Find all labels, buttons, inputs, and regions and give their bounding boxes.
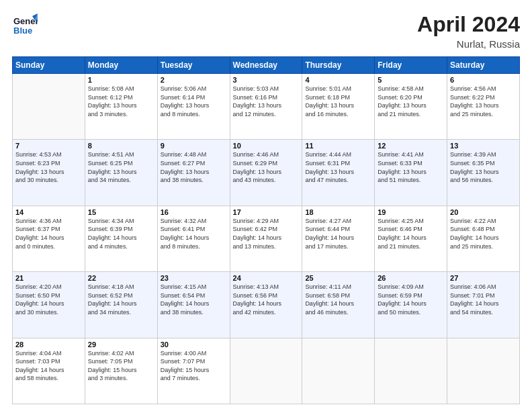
day-number: 22	[88, 274, 154, 282]
calendar-cell: 26Sunrise: 4:09 AM Sunset: 6:59 PM Dayli…	[375, 272, 447, 338]
day-info: Sunrise: 4:34 AM Sunset: 6:39 PM Dayligh…	[88, 217, 154, 250]
day-info: Sunrise: 4:53 AM Sunset: 6:23 PM Dayligh…	[15, 150, 82, 184]
svg-text:Blue: Blue	[13, 26, 32, 36]
day-number: 27	[450, 274, 517, 282]
day-info: Sunrise: 5:06 AM Sunset: 6:14 PM Dayligh…	[161, 85, 227, 118]
col-header-wednesday: Wednesday	[230, 57, 302, 74]
day-info: Sunrise: 4:04 AM Sunset: 7:03 PM Dayligh…	[15, 349, 82, 383]
col-header-saturday: Saturday	[447, 57, 520, 74]
day-info: Sunrise: 5:03 AM Sunset: 6:16 PM Dayligh…	[233, 85, 300, 118]
day-number: 9	[161, 142, 227, 150]
day-number: 23	[161, 274, 227, 282]
day-number: 14	[15, 208, 82, 216]
day-info: Sunrise: 4:44 AM Sunset: 6:31 PM Dayligh…	[305, 150, 371, 184]
calendar-cell: 6Sunrise: 4:56 AM Sunset: 6:22 PM Daylig…	[447, 74, 520, 140]
calendar-cell: 2Sunrise: 5:06 AM Sunset: 6:14 PM Daylig…	[157, 74, 230, 140]
calendar-cell: 17Sunrise: 4:29 AM Sunset: 6:42 PM Dayli…	[230, 205, 302, 271]
calendar-cell: 19Sunrise: 4:25 AM Sunset: 6:46 PM Dayli…	[375, 205, 447, 271]
day-info: Sunrise: 4:00 AM Sunset: 7:07 PM Dayligh…	[161, 349, 227, 383]
calendar-row: 7Sunrise: 4:53 AM Sunset: 6:23 PM Daylig…	[13, 140, 520, 205]
page: General Blue April 2024 Nurlat, Russia S…	[0, 0, 532, 411]
day-info: Sunrise: 4:29 AM Sunset: 6:42 PM Dayligh…	[233, 217, 300, 250]
day-number: 10	[233, 142, 300, 150]
day-info: Sunrise: 5:01 AM Sunset: 6:18 PM Dayligh…	[305, 85, 371, 118]
logo-icon: General Blue	[12, 12, 38, 38]
day-number: 3	[233, 76, 300, 84]
calendar-cell: 8Sunrise: 4:51 AM Sunset: 6:25 PM Daylig…	[85, 140, 157, 205]
calendar-cell: 27Sunrise: 4:06 AM Sunset: 7:01 PM Dayli…	[447, 272, 520, 338]
calendar-cell: 12Sunrise: 4:41 AM Sunset: 6:33 PM Dayli…	[375, 140, 447, 205]
calendar-cell: 16Sunrise: 4:32 AM Sunset: 6:41 PM Dayli…	[157, 205, 230, 271]
calendar-cell: 13Sunrise: 4:39 AM Sunset: 6:35 PM Dayli…	[447, 140, 520, 205]
logo: General Blue	[12, 12, 38, 40]
calendar-cell: 18Sunrise: 4:27 AM Sunset: 6:44 PM Dayli…	[302, 205, 375, 271]
day-number: 6	[450, 76, 517, 84]
day-info: Sunrise: 4:18 AM Sunset: 6:52 PM Dayligh…	[88, 283, 154, 316]
calendar-cell: 5Sunrise: 4:58 AM Sunset: 6:20 PM Daylig…	[375, 74, 447, 140]
calendar-cell	[230, 338, 302, 404]
calendar-header-row: SundayMondayTuesdayWednesdayThursdayFrid…	[13, 57, 520, 74]
day-number: 1	[88, 76, 154, 84]
day-number: 26	[378, 274, 444, 282]
day-number: 7	[15, 142, 82, 150]
day-info: Sunrise: 4:15 AM Sunset: 6:54 PM Dayligh…	[161, 283, 227, 316]
day-info: Sunrise: 4:02 AM Sunset: 7:05 PM Dayligh…	[88, 349, 154, 383]
calendar-cell: 11Sunrise: 4:44 AM Sunset: 6:31 PM Dayli…	[302, 140, 375, 205]
calendar-cell	[302, 338, 375, 404]
col-header-friday: Friday	[375, 57, 447, 74]
day-number: 4	[305, 76, 371, 84]
day-number: 25	[305, 274, 371, 282]
day-number: 15	[88, 208, 154, 216]
day-info: Sunrise: 4:32 AM Sunset: 6:41 PM Dayligh…	[161, 217, 227, 250]
calendar-row: 28Sunrise: 4:04 AM Sunset: 7:03 PM Dayli…	[13, 338, 520, 404]
day-number: 19	[378, 208, 444, 216]
title-block: April 2024 Nurlat, Russia	[417, 12, 520, 50]
day-info: Sunrise: 4:39 AM Sunset: 6:35 PM Dayligh…	[450, 150, 517, 184]
day-info: Sunrise: 4:27 AM Sunset: 6:44 PM Dayligh…	[305, 217, 371, 250]
col-header-monday: Monday	[85, 57, 157, 74]
calendar-cell: 22Sunrise: 4:18 AM Sunset: 6:52 PM Dayli…	[85, 272, 157, 338]
calendar-cell	[375, 338, 447, 404]
calendar-cell: 28Sunrise: 4:04 AM Sunset: 7:03 PM Dayli…	[13, 338, 85, 404]
calendar-cell: 21Sunrise: 4:20 AM Sunset: 6:50 PM Dayli…	[13, 272, 85, 338]
calendar-table: SundayMondayTuesdayWednesdayThursdayFrid…	[12, 56, 520, 404]
calendar-cell	[13, 74, 85, 140]
col-header-tuesday: Tuesday	[157, 57, 230, 74]
day-info: Sunrise: 4:36 AM Sunset: 6:37 PM Dayligh…	[15, 217, 82, 250]
day-number: 18	[305, 208, 371, 216]
day-info: Sunrise: 4:25 AM Sunset: 6:46 PM Dayligh…	[378, 217, 444, 250]
day-number: 20	[450, 208, 517, 216]
calendar-row: 21Sunrise: 4:20 AM Sunset: 6:50 PM Dayli…	[13, 272, 520, 338]
calendar-cell: 1Sunrise: 5:08 AM Sunset: 6:12 PM Daylig…	[85, 74, 157, 140]
day-info: Sunrise: 4:13 AM Sunset: 6:56 PM Dayligh…	[233, 283, 300, 316]
calendar-cell: 15Sunrise: 4:34 AM Sunset: 6:39 PM Dayli…	[85, 205, 157, 271]
calendar-cell: 25Sunrise: 4:11 AM Sunset: 6:58 PM Dayli…	[302, 272, 375, 338]
day-number: 30	[161, 340, 227, 349]
day-info: Sunrise: 4:06 AM Sunset: 7:01 PM Dayligh…	[450, 283, 517, 316]
day-number: 13	[450, 142, 517, 150]
calendar-cell: 10Sunrise: 4:46 AM Sunset: 6:29 PM Dayli…	[230, 140, 302, 205]
day-number: 21	[15, 274, 82, 282]
day-number: 2	[161, 76, 227, 84]
calendar-cell: 30Sunrise: 4:00 AM Sunset: 7:07 PM Dayli…	[157, 338, 230, 404]
calendar-cell: 20Sunrise: 4:22 AM Sunset: 6:48 PM Dayli…	[447, 205, 520, 271]
day-number: 24	[233, 274, 300, 282]
day-number: 12	[378, 142, 444, 150]
day-number: 5	[378, 76, 444, 84]
day-info: Sunrise: 4:20 AM Sunset: 6:50 PM Dayligh…	[15, 283, 82, 316]
day-info: Sunrise: 4:46 AM Sunset: 6:29 PM Dayligh…	[233, 150, 300, 184]
subtitle: Nurlat, Russia	[417, 38, 520, 50]
calendar-cell: 14Sunrise: 4:36 AM Sunset: 6:37 PM Dayli…	[13, 205, 85, 271]
day-number: 29	[88, 340, 154, 349]
day-info: Sunrise: 4:22 AM Sunset: 6:48 PM Dayligh…	[450, 217, 517, 250]
day-info: Sunrise: 4:11 AM Sunset: 6:58 PM Dayligh…	[305, 283, 371, 316]
calendar-cell: 23Sunrise: 4:15 AM Sunset: 6:54 PM Dayli…	[157, 272, 230, 338]
day-info: Sunrise: 4:58 AM Sunset: 6:20 PM Dayligh…	[378, 85, 444, 118]
day-number: 16	[161, 208, 227, 216]
calendar-cell	[447, 338, 520, 404]
day-info: Sunrise: 4:48 AM Sunset: 6:27 PM Dayligh…	[161, 150, 227, 184]
day-number: 28	[15, 340, 82, 349]
day-info: Sunrise: 4:51 AM Sunset: 6:25 PM Dayligh…	[88, 150, 154, 184]
calendar-row: 1Sunrise: 5:08 AM Sunset: 6:12 PM Daylig…	[13, 74, 520, 140]
header: General Blue April 2024 Nurlat, Russia	[12, 12, 520, 50]
